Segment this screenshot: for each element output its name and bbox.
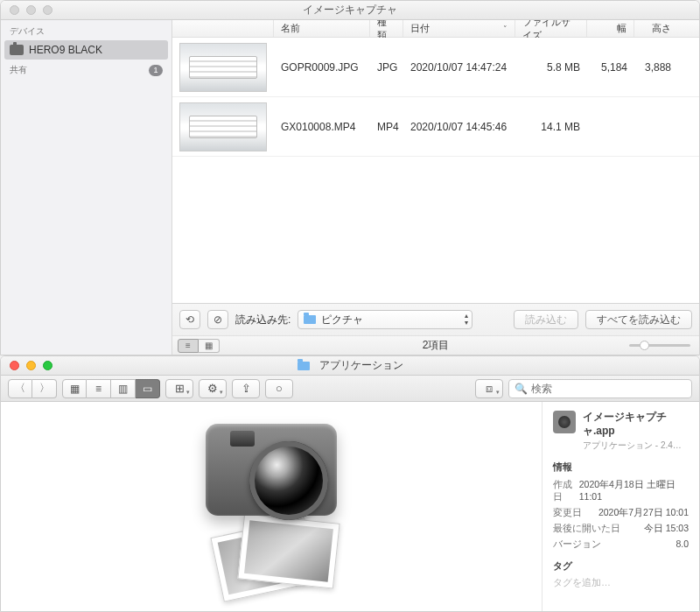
import-all-button[interactable]: すべてを読み込む — [585, 310, 692, 329]
cell-name: GX010008.MP4 — [274, 118, 370, 136]
ic-sidebar: デバイス HERO9 BLACK 共有 1 — [1, 20, 172, 355]
chevron-down-icon: ▾ — [220, 389, 223, 396]
import-destination-value: ピクチャ — [321, 313, 363, 327]
cell-name: GOPR0009.JPG — [274, 59, 370, 76]
cell-width: 5,184 — [587, 59, 634, 76]
info-kind-line: アプリケーション - 2.4… — [583, 440, 689, 452]
info-key: バージョン — [553, 538, 601, 551]
share-count-badge: 1 — [149, 65, 163, 76]
rotate-button[interactable]: ⟲ — [179, 310, 200, 329]
fd-titlebar: アプリケーション — [1, 356, 699, 376]
table-row[interactable]: GOPR0009.JPG JPG 2020/10/07 14:47:24 5.8… — [172, 38, 699, 97]
col-kind[interactable]: 種類 — [370, 20, 403, 37]
table-body: GOPR0009.JPG JPG 2020/10/07 14:47:24 5.8… — [172, 38, 699, 303]
col-height[interactable]: 高さ — [634, 20, 678, 37]
action-button[interactable]: ⚙▾ — [199, 379, 227, 398]
thumbnail — [179, 102, 267, 151]
device-label: HERO9 BLACK — [29, 44, 102, 56]
info-section-header: タグ — [553, 559, 689, 573]
search-field[interactable]: 🔍 — [508, 379, 692, 398]
list-view-button[interactable]: ≡ — [178, 339, 199, 353]
list-view-button[interactable]: ≡ — [87, 379, 111, 398]
col-thumb[interactable] — [172, 20, 274, 37]
sort-indicator-icon: ˅ — [503, 25, 508, 33]
app-icon-small — [553, 411, 576, 433]
info-key: 最後に開いた日 — [553, 523, 620, 535]
ic-titlebar: イメージキャプチャ — [1, 1, 699, 20]
info-app-name: イメージキャプチャ.app — [583, 411, 689, 438]
gallery-view-button[interactable]: ▭ — [136, 379, 160, 398]
camera-icon — [10, 45, 24, 55]
info-value: 8.0 — [676, 538, 689, 551]
info-value: 2020年7月27日 10:01 — [598, 507, 689, 519]
thumbnail-size-slider[interactable] — [629, 344, 690, 347]
cell-date: 2020/10/07 14:45:46 — [403, 118, 515, 136]
info-value: 2020年4月18日 土曜日 11:01 — [579, 479, 689, 503]
sidebar-share-header[interactable]: 共有 1 — [1, 60, 172, 78]
search-icon: 🔍 — [514, 383, 528, 395]
column-view-button[interactable]: ▥ — [111, 379, 136, 398]
item-count: 2項目 — [423, 338, 450, 353]
ic-footer: ⟲ ⊘ 読み込み先: ピクチャ ▴▾ 読み込む すべてを読み込む ≡ ▦ — [172, 303, 699, 355]
delete-button[interactable]: ⊘ — [207, 310, 228, 329]
cell-size: 5.8 MB — [515, 59, 587, 76]
folder-icon — [304, 315, 316, 324]
sidebar-item-device[interactable]: HERO9 BLACK — [4, 40, 168, 60]
table-header: 名前 種類 日付˅ ファイルサイズ 幅 高さ — [172, 20, 699, 38]
import-button[interactable]: 読み込む — [514, 310, 578, 329]
cell-kind: JPG — [370, 59, 403, 76]
fd-gallery[interactable] — [1, 402, 542, 611]
cell-size: 14.1 MB — [515, 118, 587, 136]
cell-kind: MP4 — [370, 118, 403, 136]
close-icon[interactable] — [10, 361, 19, 370]
search-input[interactable] — [531, 383, 686, 395]
ic-main: 名前 種類 日付˅ ファイルサイズ 幅 高さ GOPR0009.JPG JPG … — [172, 20, 699, 355]
zoom-icon[interactable] — [43, 361, 52, 370]
minimize-icon[interactable] — [26, 361, 36, 370]
fd-toolbar: 〈 〉 ▦ ≡ ▥ ▭ ⊞▾ ⚙▾ ⇪ ○ ⧈▾ 🔍 — [1, 376, 699, 402]
import-to-label: 読み込み先: — [235, 313, 290, 327]
share-label: 共有 — [10, 64, 27, 76]
info-section-header: 情報 — [553, 461, 689, 474]
grid-view-button[interactable]: ▦ — [199, 339, 220, 353]
image-capture-window: イメージキャプチャ デバイス HERO9 BLACK 共有 1 名前 種類 日付… — [0, 0, 700, 355]
forward-button[interactable]: 〉 — [32, 379, 57, 398]
nav-buttons: 〈 〉 — [8, 379, 57, 398]
col-size[interactable]: ファイルサイズ — [515, 20, 587, 37]
chevron-down-icon: ▾ — [496, 389, 500, 396]
back-button[interactable]: 〈 — [8, 379, 32, 398]
import-destination-popup[interactable]: ピクチャ ▴▾ — [298, 310, 472, 329]
viewfinder-icon — [230, 431, 255, 447]
ic-status-bar: ≡ ▦ 2項目 — [172, 335, 699, 355]
info-value: 今日 15:03 — [644, 523, 689, 535]
col-date[interactable]: 日付˅ — [403, 20, 515, 37]
folder-icon — [298, 362, 310, 370]
popup-arrows-icon: ▴▾ — [465, 313, 468, 327]
sidebar-devices-header: デバイス — [1, 20, 172, 39]
thumbnail — [179, 43, 267, 92]
lens-icon — [249, 441, 328, 520]
info-key: 作成日 — [553, 479, 579, 503]
icon-view-button[interactable]: ▦ — [62, 379, 87, 398]
dropbox-button[interactable]: ⧈▾ — [475, 379, 503, 398]
finder-window: アプリケーション 〈 〉 ▦ ≡ ▥ ▭ ⊞▾ ⚙▾ ⇪ ○ ⧈▾ 🔍 — [0, 355, 700, 612]
slider-knob-icon[interactable] — [640, 341, 649, 350]
ic-title: イメージキャプチャ — [1, 3, 699, 18]
app-icon-large — [188, 424, 354, 590]
arrange-button[interactable]: ⊞▾ — [165, 379, 193, 398]
col-name[interactable]: 名前 — [274, 20, 370, 37]
share-button[interactable]: ⇪ — [232, 379, 260, 398]
fd-title-text: アプリケーション — [319, 358, 403, 373]
cell-height — [634, 124, 678, 130]
cell-date: 2020/10/07 14:47:24 — [403, 59, 515, 76]
col-width[interactable]: 幅 — [587, 20, 634, 37]
tags-button[interactable]: ○ — [265, 379, 293, 398]
chevron-down-icon: ▾ — [186, 389, 190, 396]
cell-width — [587, 124, 634, 130]
cell-height: 3,888 — [634, 59, 678, 76]
info-key: 変更日 — [553, 507, 582, 519]
camera-body-icon — [206, 424, 337, 516]
table-row[interactable]: GX010008.MP4 MP4 2020/10/07 14:45:46 14.… — [172, 97, 699, 157]
tags-input[interactable]: タグを追加… — [553, 576, 689, 589]
view-mode-buttons: ▦ ≡ ▥ ▭ — [62, 379, 160, 398]
